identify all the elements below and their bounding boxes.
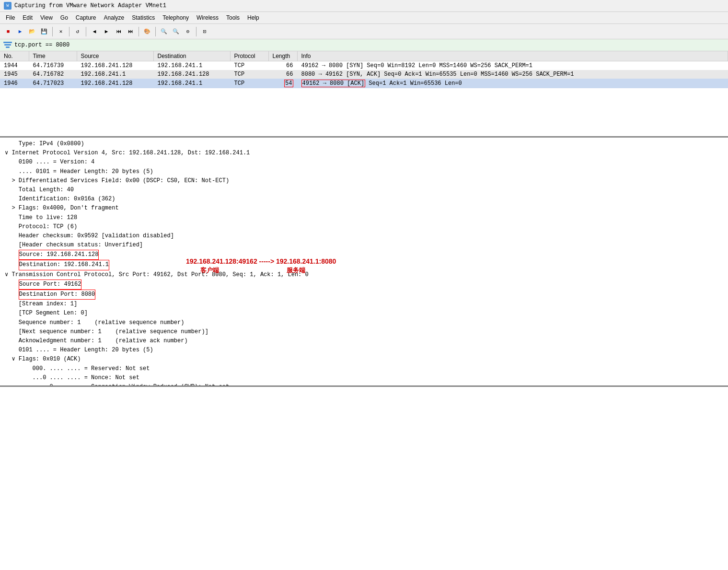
hex-dump — [0, 387, 728, 400]
detail-line: [Header checksum status: Unverified] — [4, 241, 724, 250]
filter-bar — [0, 39, 728, 51]
detail-line[interactable]: ∨ Internet Protocol Version 4, Src: 192.… — [4, 149, 724, 158]
reload-button[interactable]: ↺ — [72, 26, 83, 37]
table-row[interactable]: 1945 64.716782 192.168.241.1 192.168.241… — [0, 70, 728, 79]
packet-detail: Type: IPv4 (0x0800)∨ Internet Protocol V… — [0, 138, 728, 387]
table-row[interactable]: 1946 64.717023 192.168.241.128 192.168.2… — [0, 79, 728, 88]
table-row[interactable]: 1944 64.716739 192.168.241.128 192.168.2… — [0, 61, 728, 70]
source-ip-box: Source: 192.168.241.128 — [19, 250, 99, 260]
title-bar: W Capturing from VMware Network Adapter … — [0, 0, 728, 12]
detail-line: Destination Port: 8080 — [4, 290, 724, 300]
zoom-normal-button[interactable]: ⊙ — [183, 26, 193, 37]
last-packet-button[interactable]: ⏭ — [125, 26, 136, 37]
cell-source: 192.168.241.1 — [77, 70, 153, 79]
detail-line[interactable]: > Flags: 0x4000, Don't fragment — [4, 204, 724, 213]
menu-go[interactable]: Go — [57, 13, 72, 23]
cell-source: 192.168.241.128 — [77, 79, 153, 88]
save-file-button[interactable]: 💾 — [39, 26, 49, 37]
detail-line: Protocol: TCP (6) — [4, 222, 724, 232]
window-title: Capturing from VMware Network Adapter VM… — [14, 2, 166, 9]
destination-ip-box: Destination: 192.168.241.1 — [19, 260, 109, 270]
menu-wireless[interactable]: Wireless — [193, 13, 222, 23]
menu-view[interactable]: View — [36, 13, 57, 23]
packet-list-empty — [0, 88, 728, 136]
header-info: Info — [297, 51, 728, 61]
svg-rect-1 — [4, 44, 11, 46]
detail-line: ...0 .... .... = Nonce: Not set — [4, 373, 724, 383]
menu-analyze[interactable]: Analyze — [100, 13, 128, 23]
detail-line: Header checksum: 0x9592 [validation disa… — [4, 232, 724, 241]
detail-line: Acknowledgment number: 1 (relative ack n… — [4, 337, 724, 346]
cell-protocol: TCP — [230, 79, 268, 88]
cell-time: 64.716739 — [29, 61, 77, 70]
header-protocol: Protocol — [230, 51, 268, 61]
detail-line[interactable]: ∨ Flags: 0x010 (ACK) — [4, 355, 724, 364]
detail-line: Identification: 0x016a (362) — [4, 195, 724, 204]
app-icon: W — [4, 2, 12, 10]
sep3 — [86, 27, 86, 36]
menu-tools[interactable]: Tools — [222, 13, 243, 23]
sep4 — [139, 27, 139, 36]
svg-rect-2 — [6, 47, 10, 48]
detail-line: Source: 192.168.241.128 — [4, 250, 724, 260]
cell-length: 66 — [268, 70, 297, 79]
zoom-in-button[interactable]: 🔍 — [159, 26, 169, 37]
cell-info: 49162 → 8080 [SYN] Seq=0 Win=8192 Len=0 … — [297, 61, 728, 70]
cell-no: 1945 — [0, 70, 29, 79]
menu-bar: File Edit View Go Capture Analyze Statis… — [0, 12, 728, 24]
zoom-out-button[interactable]: 🔍 — [171, 26, 181, 37]
dest-port-box: Destination Port: 8080 — [19, 290, 95, 300]
header-no: No. — [0, 51, 29, 61]
detail-line: 0100 .... = Version: 4 — [4, 158, 724, 167]
cell-time: 64.716782 — [29, 70, 77, 79]
detail-line: Sequence number: 1 (relative sequence nu… — [4, 318, 724, 327]
menu-edit[interactable]: Edit — [19, 13, 36, 23]
filter-icon — [3, 41, 12, 49]
detail-line: [Stream index: 1] — [4, 300, 724, 309]
menu-telephony[interactable]: Telephony — [159, 13, 193, 23]
detail-line[interactable]: ∨ Transmission Control Protocol, Src Por… — [4, 270, 724, 279]
source-port-box: Source Port: 49162 — [19, 279, 82, 290]
menu-file[interactable]: File — [2, 13, 19, 23]
sep1 — [52, 27, 53, 36]
detail-line: Total Length: 40 — [4, 186, 724, 195]
sep6 — [196, 27, 196, 36]
detail-line: Source Port: 49162 — [4, 279, 724, 290]
menu-help[interactable]: Help — [243, 13, 263, 23]
sep5 — [155, 27, 156, 36]
next-packet-button[interactable]: ▶ — [101, 26, 112, 37]
stop-capture-button[interactable]: ■ — [3, 26, 13, 37]
resize-columns-button[interactable]: ⊡ — [199, 26, 210, 37]
menu-statistics[interactable]: Statistics — [128, 13, 159, 23]
header-time: Time — [29, 51, 77, 61]
length-highlight: 54 — [284, 80, 293, 87]
close-button[interactable]: ✕ — [56, 26, 66, 37]
colorize-button[interactable]: 🎨 — [142, 26, 152, 37]
client-label: 客户端 — [200, 266, 219, 276]
cell-destination: 192.168.241.1 — [153, 79, 230, 88]
sep2 — [69, 27, 69, 36]
toolbar: ■ ▶ 📂 💾 ✕ ↺ ◀ ▶ ⏮ ⏭ 🎨 🔍 🔍 ⊙ ⊡ — [0, 24, 728, 39]
cell-source: 192.168.241.128 — [77, 61, 153, 70]
open-file-button[interactable]: 📂 — [27, 26, 37, 37]
server-label: 服务端 — [287, 266, 305, 276]
cell-info: 49162 → 8080 [ACK] Seq=1 Ack=1 Win=65536… — [297, 79, 728, 88]
detail-line: Time to live: 128 — [4, 213, 724, 222]
cell-info: 8080 → 49162 [SYN, ACK] Seq=0 Ack=1 Win=… — [297, 70, 728, 79]
cell-length: 66 — [268, 61, 297, 70]
prev-packet-button[interactable]: ◀ — [89, 26, 100, 37]
detail-line: 000. .... .... = Reserved: Not set — [4, 364, 724, 373]
cell-no: 1946 — [0, 79, 29, 88]
header-length: Length — [268, 51, 297, 61]
first-packet-button[interactable]: ⏮ — [113, 26, 124, 37]
svg-rect-0 — [3, 42, 12, 43]
detail-line[interactable]: > Differentiated Services Field: 0x00 (D… — [4, 176, 724, 186]
detail-line: 0101 .... = Header Length: 20 bytes (5) — [4, 346, 724, 355]
header-source: Source — [77, 51, 153, 61]
restart-button[interactable]: ▶ — [15, 26, 25, 37]
detail-line: .... 0... .... = Congestion Window Reduc… — [4, 383, 724, 387]
cell-protocol: TCP — [230, 61, 268, 70]
menu-capture[interactable]: Capture — [72, 13, 100, 23]
filter-input[interactable] — [14, 42, 725, 48]
cell-destination: 192.168.241.128 — [153, 70, 230, 79]
